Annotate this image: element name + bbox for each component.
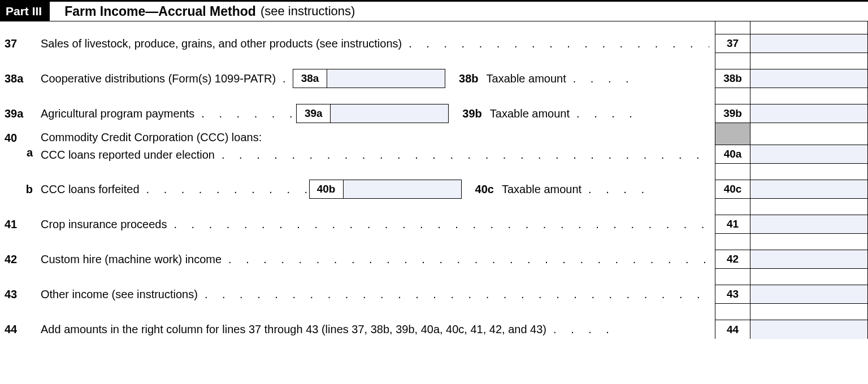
- line-43-text: Other income (see instructions): [41, 288, 198, 301]
- line-40b-number: b: [0, 180, 41, 199]
- line-38a-mid-input[interactable]: [327, 69, 445, 88]
- section-header: Part III Farm Income—Accrual Method (see…: [0, 0, 868, 21]
- line-40-shaded-box: [715, 123, 750, 145]
- line-40a-text: CCC loans reported under election: [41, 149, 215, 162]
- line-37-number: 37: [0, 34, 41, 53]
- line-43-desc: Other income (see instructions) . . . . …: [41, 285, 715, 304]
- line-37-box-label: 37: [715, 34, 750, 53]
- line-44-text: Add amounts in the right column for line…: [41, 323, 546, 336]
- line-40b-mid-label: 40b: [309, 180, 343, 199]
- right-spacer: [715, 21, 868, 34]
- line-40c-input[interactable]: [750, 180, 868, 199]
- line-42-number: 42: [0, 250, 41, 269]
- line-38a-number: 38a: [0, 69, 41, 88]
- dot-leader: . . . . . . . . . . . . . . . . . . . . …: [222, 253, 709, 266]
- line-43-input[interactable]: [750, 285, 868, 304]
- line-37-input[interactable]: [750, 34, 868, 53]
- dot-leader: . . . . . . . . . . . . . . . . . . . . …: [194, 107, 296, 120]
- dot-leader: . . . . . . . . . . . . . . . . . . . . …: [402, 37, 709, 50]
- line-39a-mid-label: 39a: [296, 104, 330, 123]
- line-39b-input[interactable]: [750, 104, 868, 123]
- line-40a-number: a: [5, 145, 36, 162]
- section-title: Farm Income—Accrual Method: [64, 4, 256, 19]
- section-subtitle: (see instructions): [261, 4, 355, 19]
- line-39b-text: Taxable amount: [490, 107, 570, 120]
- dot-leader: . . . . . . . . . . . . . . . . . . . . …: [198, 288, 709, 301]
- line-40c-text: Taxable amount: [502, 183, 581, 196]
- line-44-number: 44: [0, 320, 41, 339]
- spacer: [41, 21, 715, 34]
- line-40c-box-label: 40c: [715, 180, 750, 199]
- line-42-input[interactable]: [750, 250, 868, 269]
- form-body: 37 Sales of livestock, produce, grains, …: [0, 21, 868, 339]
- line-44-desc: Add amounts in the right column for line…: [41, 320, 715, 339]
- line-43-number: 43: [0, 285, 41, 304]
- line-42-box-label: 42: [715, 250, 750, 269]
- line-39a-mid-input[interactable]: [330, 104, 449, 123]
- line-42-text: Custom hire (machine work) income: [41, 253, 222, 266]
- dot-leader: . . . .: [546, 323, 709, 336]
- line-40a-box-label: 40a: [715, 145, 750, 164]
- line-38a-desc: Cooperative distributions (Form(s) 1099-…: [41, 69, 715, 88]
- line-40b-mid-input[interactable]: [343, 180, 462, 199]
- line-43-box-label: 43: [715, 285, 750, 304]
- line-41-box-label: 41: [715, 215, 750, 234]
- line-38b-input[interactable]: [750, 69, 868, 88]
- dot-leader: . . . .: [566, 72, 709, 85]
- line-39a-text: Agricultural program payments: [41, 107, 194, 120]
- dot-leader: . . . .: [570, 107, 709, 120]
- line-42-desc: Custom hire (machine work) income . . . …: [41, 250, 715, 269]
- line-38b-text: Taxable amount: [487, 72, 566, 85]
- line-38b-label: 38b: [459, 72, 478, 85]
- line-39a-number: 39a: [0, 104, 41, 123]
- line-44-input[interactable]: [750, 320, 868, 339]
- line-40b-text: CCC loans forfeited: [41, 183, 140, 196]
- line-38b-box-label: 38b: [715, 69, 750, 88]
- line-37-desc: Sales of livestock, produce, grains, and…: [41, 34, 715, 53]
- line-39b-label: 39b: [462, 107, 481, 120]
- line-40b-desc: CCC loans forfeited . . . . . . . . . . …: [41, 180, 715, 199]
- line-44-box-label: 44: [715, 320, 750, 339]
- line-40a-input[interactable]: [750, 145, 868, 164]
- dot-leader: . . . . . . . . . . . . . . . . . . . . …: [140, 183, 309, 196]
- line-40-number: 40: [5, 132, 36, 145]
- line-38a-text: Cooperative distributions (Form(s) 1099-…: [41, 72, 276, 85]
- line-38a-mid-label: 38a: [293, 69, 327, 88]
- line-41-text: Crop insurance proceeds: [41, 218, 167, 231]
- line-37-text: Sales of livestock, produce, grains, and…: [41, 37, 402, 50]
- spacer: [0, 21, 41, 34]
- line-39a-desc: Agricultural program payments . . . . . …: [41, 104, 715, 123]
- line-41-desc: Crop insurance proceeds . . . . . . . . …: [41, 215, 715, 234]
- line-41-number: 41: [0, 215, 41, 234]
- line-41-input[interactable]: [750, 215, 868, 234]
- line-40c-label: 40c: [475, 183, 494, 196]
- line-39b-box-label: 39b: [715, 104, 750, 123]
- dot-leader: .: [276, 72, 293, 85]
- line-40-text: Commodity Credit Corporation (CCC) loans…: [41, 129, 709, 146]
- dot-leader: . . . .: [581, 183, 709, 196]
- dot-leader: . . . . . . . . . . . . . . . . . . . . …: [215, 149, 709, 162]
- part-badge: Part III: [0, 1, 50, 21]
- dot-leader: . . . . . . . . . . . . . . . . . . . . …: [167, 218, 709, 231]
